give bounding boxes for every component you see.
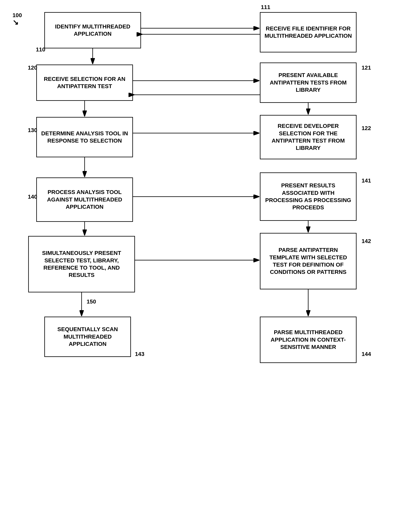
label-130: 130 [28, 127, 37, 133]
label-100: 100 [13, 12, 22, 19]
label-121: 121 [362, 64, 371, 71]
box-110: IDENTIFY MULTITHREADED APPLICATION [44, 12, 141, 48]
box-122: RECEIVE DEVELOPER SELECTION FOR THE ANTI… [260, 115, 357, 159]
label-122: 122 [362, 125, 371, 131]
label-140: 140 [28, 193, 37, 200]
box-130: DETERMINE ANALYSIS TOOL IN RESPONSE TO S… [36, 117, 133, 157]
label-142: 142 [362, 238, 371, 244]
box-143: SEQUENTIALLY SCAN MULTITHREADED APPLICAT… [44, 317, 131, 357]
box-144: PARSE MULTITHREADED APPLICATION IN CONTE… [260, 317, 357, 363]
box-142: PARSE ANTIPATTERN TEMPLATE WITH SELECTED… [260, 233, 357, 289]
box-121: PRESENT AVAILABLE ANTIPATTERN TESTS FROM… [260, 62, 357, 103]
label-120: 120 [28, 64, 37, 71]
box-141: PRESENT RESULTS ASSOCIATED WITH PROCESSI… [260, 172, 357, 221]
label-111: 111 [261, 4, 270, 10]
label-150: 150 [87, 298, 96, 305]
arrow-100: ↘ [13, 18, 19, 27]
label-141: 141 [362, 178, 371, 184]
box-150: SIMULTANEOUSLY PRESENT SELECTED TEST, LI… [28, 236, 135, 292]
label-110: 110 [36, 46, 45, 53]
label-143: 143 [135, 351, 144, 357]
box-140: PROCESS ANALYSIS TOOL AGAINST MULTITHREA… [36, 178, 133, 222]
label-144: 144 [362, 351, 371, 357]
diagram-container: 100 ↘ IDENTIFY MULTITHREADED APPLICATION… [0, 0, 420, 510]
box-111: RECEIVE FILE IDENTIFIER FOR MULTITHREADE… [260, 12, 357, 53]
box-120: RECEIVE SELECTION FOR AN ANTIPATTERN TES… [36, 64, 133, 101]
